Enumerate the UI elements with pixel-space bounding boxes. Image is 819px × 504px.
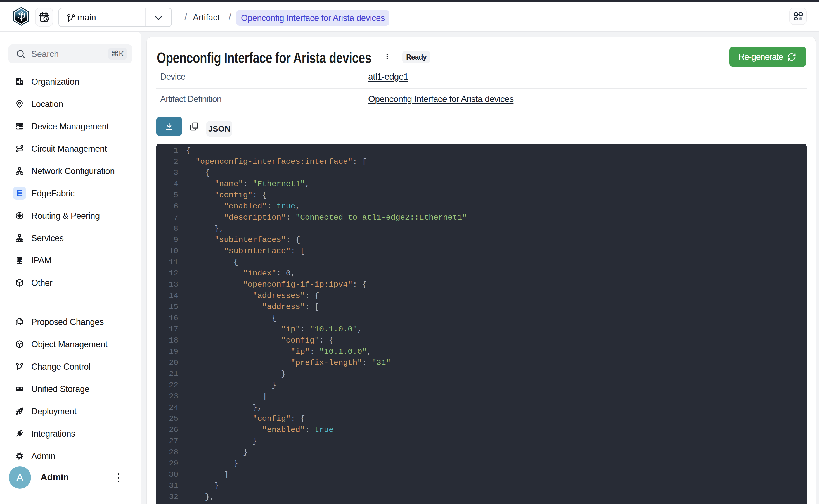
svg-text:P: P bbox=[20, 258, 22, 261]
svg-text:I: I bbox=[18, 258, 19, 261]
